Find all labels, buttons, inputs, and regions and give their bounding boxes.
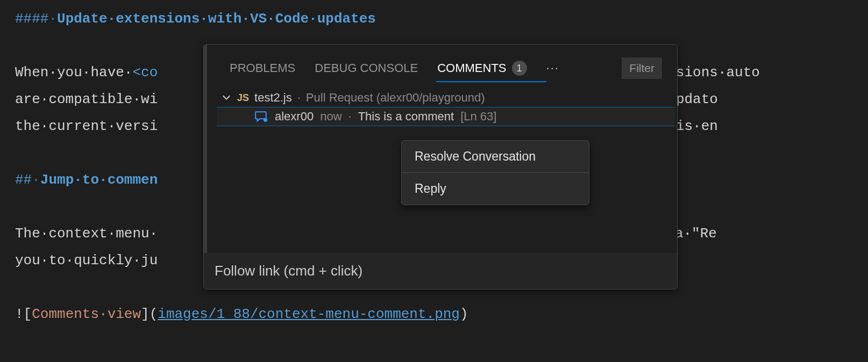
image-link[interactable]: images/1_88/context-menu-comment.png — [158, 306, 460, 322]
tree-file-row[interactable]: JS test2.js · Pull Request (alexr00/play… — [217, 89, 675, 107]
html-tag-open: <co — [132, 64, 158, 81]
comment-line-ref: [Ln 63] — [460, 110, 496, 124]
context-menu: Resolve Conversation Reply — [401, 140, 589, 205]
filter-input[interactable]: Filter — [622, 57, 662, 79]
menu-item-resolve[interactable]: Resolve Conversation — [402, 141, 589, 172]
svg-point-0 — [264, 118, 267, 122]
panel-overflow-icon[interactable]: ··· — [546, 61, 559, 75]
md-h4-marker: #### — [15, 11, 48, 27]
comments-tree: JS test2.js · Pull Request (alexr00/play… — [215, 84, 677, 126]
comment-author: alexr00 — [275, 110, 314, 124]
file-name: test2.js — [254, 91, 292, 105]
tab-comments[interactable]: COMMENTS 1 — [437, 61, 527, 76]
md-h2-text: Jump·to·commen — [40, 172, 158, 188]
file-description: Pull Request (alexr00/playground) — [306, 91, 485, 105]
js-file-icon: JS — [237, 92, 249, 104]
image-markdown-line: ![Comments·view](images/1_88/context-men… — [15, 301, 868, 328]
comment-icon — [254, 111, 268, 122]
comments-count-badge: 1 — [512, 61, 527, 76]
md-h2-marker: ## — [15, 172, 32, 188]
panel-tab-bar: PROBLEMS DEBUG CONSOLE COMMENTS 1 ··· Fi… — [215, 50, 677, 84]
line-heading-4: ####·Update·extensions·with·VS·Code·upda… — [15, 5, 868, 32]
hover-follow-link-hint: Follow link (cmd + click) — [204, 253, 677, 289]
comment-text: This is a comment — [358, 110, 454, 124]
md-h4-text: Update·extensions·with·VS·Code·updates — [57, 11, 376, 27]
menu-item-reply[interactable]: Reply — [402, 173, 589, 205]
panel-screenshot: PROBLEMS DEBUG CONSOLE COMMENTS 1 ··· Fi… — [215, 50, 677, 253]
hover-image-preview: PROBLEMS DEBUG CONSOLE COMMENTS 1 ··· Fi… — [204, 45, 677, 253]
tree-comment-row-selected[interactable]: alexr00 now · This is a comment [Ln 63] — [217, 107, 675, 126]
chevron-down-icon[interactable] — [221, 92, 232, 103]
image-alt-text: Comments·view — [32, 306, 141, 322]
comment-time: now — [320, 110, 341, 124]
tab-problems[interactable]: PROBLEMS — [230, 61, 295, 75]
tab-debug-console[interactable]: DEBUG CONSOLE — [315, 61, 418, 75]
hover-preview-popup: PROBLEMS DEBUG CONSOLE COMMENTS 1 ··· Fi… — [203, 44, 678, 289]
